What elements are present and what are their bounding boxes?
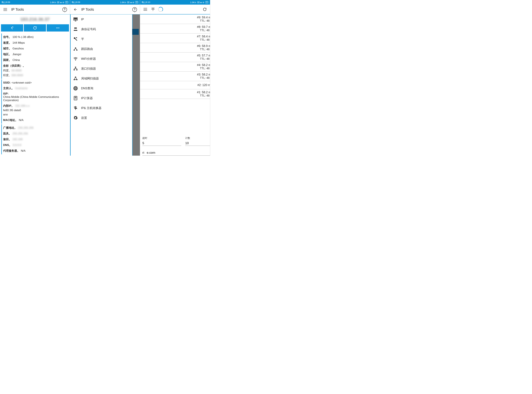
host-row [140,147,210,156]
action-row [0,24,70,33]
app-bar: IP Tools ? [0,5,70,15]
help-icon: ? [63,7,67,12]
ping-result-row: #1: 58.2 msTTL: 48 [140,89,210,99]
svg-point-1 [57,28,58,28]
info-section-basic: 信号。100 % (-38 dBm) 速度。144 Mbps 城市。Ganzho… [1,33,70,79]
svg-rect-9 [76,37,77,38]
info-section-network: SSID:<unknown ssid> 主持人。hostname ISP:Chi… [1,79,70,124]
more-dots-icon [56,26,60,30]
back-arrow-icon [73,8,77,11]
gear-icon [73,115,78,120]
ping-result-row: #8: 59.7 msTTL: 48 [140,24,210,33]
status-time: 晚上8:09 [2,1,10,4]
nav-item-whois[interactable]: 身份证号码 [71,24,132,34]
back-button[interactable] [73,7,78,12]
svg-point-24 [74,98,75,99]
hamburger-icon [3,8,7,11]
ping-result-row: #9: 59.4 msTTL: 48 [140,15,210,24]
nav-item-port-scanner[interactable]: 港口扫描器 [71,64,132,73]
ports-icon [73,66,78,71]
nav-item-ip-calculator[interactable]: IP计算器 [71,93,132,103]
menu-button[interactable] [143,7,148,12]
count-input[interactable] [185,141,210,146]
hamburger-icon [144,8,147,11]
info-scroll[interactable]: 183.216.36.37 信号。100 % (-38 dBm) 速度。144 … [0,15,70,156]
screenshot-1: 晚上8:09 1.6K/s ⌧ ◈ ⊚ 93 IP Tools ? 183.21… [0,0,70,156]
svg-point-29 [76,99,77,99]
ping-result-row: #3: 58.2 msTTL: 48 [140,72,210,81]
nav-item-traceroute[interactable]: 跟踪路由 [71,44,132,54]
calculator-icon [73,96,78,101]
monitor-icon [73,17,78,22]
wifi-icon [73,56,78,61]
status-bar: 晚上8:09 1.6K/s ⌧ ◈ ⊚ 93 [70,0,140,5]
nav-drawer[interactable]: IP 身份证号码 平 跟踪路由 WiFi分析器 港口扫描器 [70,15,132,156]
svg-rect-15 [73,69,75,70]
svg-point-0 [56,28,57,28]
status-bar: 晚上8:10 1.0K/s ⌧ ◈ ⊚ 93 [140,0,210,5]
ping-icon [73,36,78,42]
count-label: 计数 [185,137,210,140]
app-title: IP Tools [81,7,129,12]
ping-params: 超时 计数 数据包大小 [140,135,210,147]
trace-icon [73,46,78,52]
refresh-icon [33,26,37,30]
svg-point-28 [75,99,76,99]
back-arrow-icon [10,26,15,30]
people-icon [73,27,78,32]
screenshot-2: 晚上8:09 1.6K/s ⌧ ◈ ⊚ 93 IP Tools ? IP 身份证… [70,0,140,156]
ping-results-list[interactable]: #9: 59.4 msTTL: 48#8: 59.7 msTTL: 48#7: … [140,15,210,135]
svg-rect-4 [74,18,77,20]
info-section-addresses: 广播地址。255.255.255 面具。255.255.255 途径。192.1… [1,124,70,154]
host-input[interactable] [142,150,210,156]
nav-item-settings[interactable]: 设置 [71,113,132,123]
app-title: IP Tools [11,7,59,12]
svg-rect-16 [76,69,77,70]
refresh-button[interactable] [202,7,207,12]
signpost-icon [73,105,78,111]
ping-result-row: #5: 57.7 msTTL: 48 [140,52,210,62]
back-button[interactable] [1,24,23,31]
svg-point-7 [75,28,76,29]
external-ip: 183.216.36.37 [0,15,70,24]
timeout-input[interactable] [142,141,181,146]
status-right: 1.6K/s ⌧ ◈ ⊚ 93 [50,1,68,4]
nav-item-ip-host-converter[interactable]: IP& 主机转换器 [71,103,132,113]
help-icon: ? [132,7,137,12]
page-title: 平 [151,7,155,12]
app-bar: IP Tools ? [70,5,140,15]
nav-item-ip[interactable]: IP [71,15,132,24]
ping-result-row: #6: 58.9 msTTL: 48 [140,43,210,52]
refresh-icon [203,7,207,11]
nav-item-wifi-analyzer[interactable]: WiFi分析器 [71,54,132,64]
loading-spinner-icon [158,7,163,12]
help-button[interactable]: ? [62,7,67,12]
refresh-button[interactable] [24,24,46,31]
app-bar: 平 [140,5,210,15]
svg-point-27 [74,99,75,99]
more-button[interactable] [47,24,69,31]
timeout-label: 超时 [142,137,181,140]
svg-point-13 [75,60,76,61]
help-button[interactable]: ? [132,7,137,12]
globe-icon [73,86,78,91]
svg-point-2 [59,28,59,28]
lan-icon [73,76,78,81]
drawer-scrim[interactable] [132,15,140,156]
nav-item-ping[interactable]: 平 [71,34,132,44]
svg-point-26 [76,98,77,99]
screenshot-3: 晚上8:10 1.0K/s ⌧ ◈ ⊚ 93 平 #9: 59.4 msTTL:… [140,0,210,156]
nav-item-dns-lookup[interactable]: DNS查询 [71,83,132,93]
ping-result-row: #7: 58.4 msTTL: 48 [140,33,210,43]
ping-result-row: #2: 120 ms [140,81,210,89]
status-bar: 晚上8:09 1.6K/s ⌧ ◈ ⊚ 93 [0,0,70,5]
svg-point-25 [75,98,76,99]
nav-item-lan-scanner[interactable]: 局域网扫描器 [71,73,132,83]
ping-result-row: #4: 58.2 msTTL: 48 [140,62,210,72]
svg-rect-14 [75,67,76,68]
coords-header: 坐标（供应商）。 [3,64,26,68]
menu-button[interactable] [3,7,8,12]
svg-rect-23 [74,97,77,98]
